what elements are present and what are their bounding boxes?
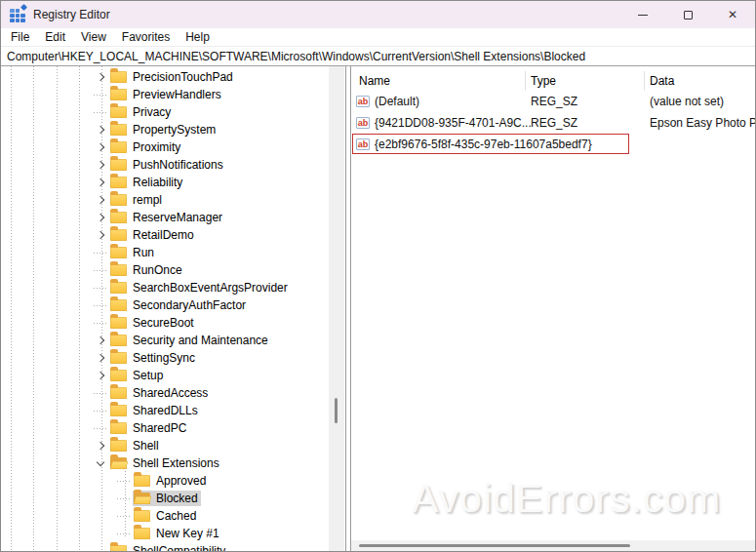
list-horizontal-scrollbar[interactable] — [351, 540, 755, 552]
tree-item-proximity[interactable]: Proximity — [1, 138, 345, 156]
chevron-right-icon[interactable] — [94, 210, 109, 225]
tree-item-approved[interactable]: Approved — [1, 472, 345, 490]
folder-icon — [110, 317, 127, 329]
folder-icon — [110, 212, 127, 223]
folder-icon — [110, 545, 127, 552]
tree-item-core: SettingSync — [109, 350, 198, 366]
chevron-right-icon[interactable] — [94, 69, 109, 85]
chevron-right-icon[interactable] — [94, 192, 109, 208]
tree-item-core: Setup — [109, 368, 166, 383]
chevron-right-icon[interactable] — [94, 139, 109, 155]
tree-item-shell[interactable]: Shell — [1, 437, 345, 454]
tree-item-core: ShellCompatibility — [109, 543, 228, 552]
tree-vertical-scrollbar[interactable] — [329, 66, 344, 552]
tree-item-label: PushNotifications — [133, 158, 223, 172]
tree-item-reliability[interactable]: Reliability — [1, 174, 345, 191]
menu-item-file[interactable]: File — [3, 29, 37, 45]
address-bar[interactable]: Computer\HKEY_LOCAL_MACHINE\SOFTWARE\Mic… — [1, 47, 755, 66]
close-button[interactable]: ✕ — [710, 1, 755, 28]
tree-item-label: ReserveManager — [133, 211, 222, 224]
registry-value-row[interactable]: ab(Default)REG_SZ(value not set) — [351, 91, 755, 112]
tree-item-label: Reliability — [133, 176, 182, 189]
tree-item-runonce[interactable]: RunOnce — [1, 261, 345, 279]
tree-item-label: SecondaryAuthFactor — [133, 298, 246, 312]
folder-icon — [110, 194, 127, 206]
tree-item-previewhandlers[interactable]: PreviewHandlers — [1, 86, 345, 103]
registry-value-row[interactable]: ab{9421DD08-935F-4701-A9C...REG_SZEpson … — [351, 112, 755, 134]
chevron-right-icon[interactable] — [94, 175, 109, 190]
string-value-icon: ab — [356, 117, 370, 129]
value-type-cell: REG_SZ — [526, 95, 645, 108]
tree-item-label: New Key #1 — [156, 527, 219, 540]
folder-icon — [110, 299, 127, 311]
folder-icon — [110, 106, 127, 118]
chevron-right-icon[interactable] — [94, 438, 109, 453]
tree-connector — [94, 104, 109, 120]
registry-path: Computer\HKEY_LOCAL_MACHINE\SOFTWARE\Mic… — [7, 50, 585, 63]
menu-item-edit[interactable]: Edit — [37, 29, 73, 45]
value-data-cell: Epson Easy Photo Pri — [645, 116, 755, 130]
tree-item-sharedpc[interactable]: SharedPC — [1, 419, 345, 437]
menu-item-view[interactable]: View — [73, 29, 114, 45]
chevron-right-icon[interactable] — [94, 350, 109, 366]
menu-bar: FileEditViewFavoritesHelp — [1, 28, 755, 47]
minimize-button[interactable] — [620, 1, 665, 28]
tree-connector — [117, 491, 133, 506]
tree-item-secondaryauthfactor[interactable]: SecondaryAuthFactor — [1, 296, 345, 314]
menu-item-favorites[interactable]: Favorites — [114, 29, 178, 45]
window-controls: ✕ — [620, 1, 755, 28]
tree-item-setup[interactable]: Setup — [1, 367, 345, 384]
tree-item-secureboot[interactable]: SecureBoot — [1, 314, 345, 332]
tree-item-shareddlls[interactable]: SharedDLLs — [1, 402, 345, 419]
chevron-right-icon[interactable] — [94, 157, 109, 173]
folder-icon — [134, 493, 150, 504]
tree-item-label: RunOnce — [133, 263, 182, 277]
tree-item-sharedaccess[interactable]: SharedAccess — [1, 384, 345, 402]
tree-item-label: PrecisionTouchPad — [133, 70, 233, 84]
chevron-down-icon[interactable] — [94, 455, 109, 471]
tree-item-core: Approved — [133, 473, 209, 489]
column-header-name[interactable]: Name — [351, 71, 526, 91]
tree-connector — [117, 473, 133, 489]
chevron-right-icon[interactable] — [94, 368, 109, 383]
tree-item-privacy[interactable]: Privacy — [1, 103, 345, 121]
tree-item-precisiontouchpad[interactable]: PrecisionTouchPad — [1, 68, 345, 86]
chevron-right-icon[interactable] — [94, 122, 109, 138]
tree-item-shellcompatibility[interactable]: ShellCompatibility — [1, 542, 345, 552]
tree-item-retaildemo[interactable]: RetailDemo — [1, 226, 345, 244]
tree-item-core: SecureBoot — [109, 315, 197, 331]
value-name-cell: ab{9421DD08-935F-4701-A9C... — [351, 116, 526, 130]
tree-item-reservemanager[interactable]: ReserveManager — [1, 209, 345, 226]
tree-item-blocked[interactable]: Blocked — [1, 490, 345, 507]
tree-item-label: PropertySystem — [133, 123, 216, 137]
tree-item-shell-extensions[interactable]: Shell Extensions — [1, 454, 345, 472]
chevron-right-icon[interactable] — [94, 227, 109, 243]
maximize-icon — [684, 11, 693, 20]
tree-item-run[interactable]: Run — [1, 244, 345, 261]
tree-item-label: RetailDemo — [133, 228, 194, 242]
chevron-right-icon[interactable] — [94, 333, 109, 348]
string-value-icon: ab — [356, 96, 370, 107]
tree-item-core: PreviewHandlers — [109, 87, 224, 102]
list-scrollbar-thumb[interactable] — [359, 544, 630, 547]
tree-item-label: Privacy — [133, 105, 171, 119]
tree-item-pushnotifications[interactable]: PushNotifications — [1, 156, 345, 174]
folder-icon — [110, 177, 127, 188]
tree-item-rempl[interactable]: rempl — [1, 191, 345, 209]
tree-item-cached[interactable]: Cached — [1, 507, 345, 525]
main-split: PrecisionTouchPadPreviewHandlersPrivacyP… — [1, 66, 755, 552]
tree-item-searchboxeventargsprovider[interactable]: SearchBoxEventArgsProvider — [1, 279, 345, 296]
tree-item-propertysystem[interactable]: PropertySystem — [1, 121, 345, 138]
tree-item-security-and-maintenance[interactable]: Security and Maintenance — [1, 332, 345, 349]
menu-item-help[interactable]: Help — [178, 29, 218, 45]
column-header-type[interactable]: Type — [526, 71, 645, 91]
tree-item-new-key-1[interactable]: New Key #1 — [1, 525, 345, 542]
folder-icon — [110, 352, 127, 364]
tree-item-settingsync[interactable]: SettingSync — [1, 349, 345, 367]
folder-icon — [110, 264, 127, 276]
value-name: (Default) — [375, 95, 419, 108]
maximize-button[interactable] — [665, 1, 710, 28]
tree-item-label: rempl — [133, 193, 162, 207]
column-header-data[interactable]: Data — [645, 71, 755, 91]
tree-scrollbar-thumb[interactable] — [335, 398, 338, 423]
